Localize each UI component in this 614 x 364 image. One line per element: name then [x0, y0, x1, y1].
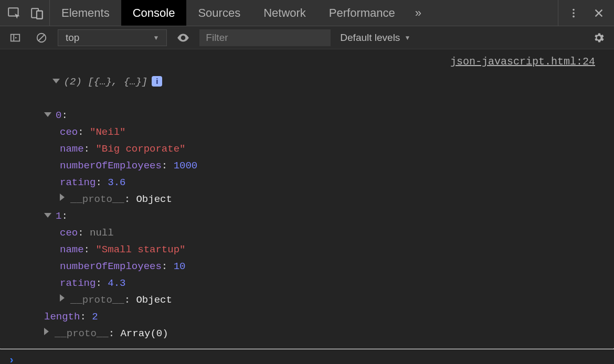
tabbar-right-tools: [553, 0, 614, 26]
object-property-row: name: "Small startup": [9, 241, 605, 258]
array-proto-value: Array(0): [120, 328, 168, 339]
kebab-menu-icon[interactable]: [564, 3, 584, 23]
disclosure-open-icon[interactable]: [44, 112, 51, 117]
object-property-row: ceo: null: [9, 224, 605, 241]
disclosure-open-icon[interactable]: [44, 213, 51, 218]
property-value: "Neil": [90, 126, 125, 138]
property-key: rating: [60, 177, 96, 188]
log-levels-label: Default levels: [340, 32, 400, 44]
property-key: rating: [60, 277, 96, 289]
length-row: length: 2: [9, 308, 605, 325]
property-key: numberOfEmployees: [60, 160, 162, 172]
tab-network[interactable]: Network: [252, 0, 317, 26]
inspect-element-icon[interactable]: [7, 6, 21, 20]
svg-point-6: [573, 15, 575, 17]
devtools-tabbar: Elements Console Sources Network Perform…: [0, 0, 614, 26]
object-index-row[interactable]: 0:: [9, 107, 605, 124]
tab-sources[interactable]: Sources: [186, 0, 252, 26]
disclosure-closed-icon[interactable]: [60, 294, 65, 302]
object-proto-row[interactable]: __proto__: Object: [9, 292, 605, 308]
chevron-down-icon: ▼: [404, 34, 410, 41]
clear-console-icon[interactable]: [31, 28, 51, 48]
property-value: 10: [174, 261, 186, 272]
tab-console[interactable]: Console: [121, 0, 187, 26]
property-key: name: [60, 244, 84, 255]
devtools-tabs: Elements Console Sources Network Perform…: [50, 0, 428, 26]
object-property-row: name: "Big corporate": [9, 141, 605, 157]
tab-elements[interactable]: Elements: [50, 0, 121, 26]
tab-more[interactable]: »: [407, 0, 428, 26]
source-link[interactable]: json-javascript.html:24: [450, 56, 595, 68]
context-selector-label: top: [66, 32, 79, 44]
property-value: 4.3: [108, 277, 125, 289]
property-value: null: [90, 227, 114, 239]
property-value: "Big corporate": [96, 143, 185, 155]
log-levels-selector[interactable]: Default levels ▼: [337, 32, 410, 44]
filter-input[interactable]: [199, 29, 331, 46]
settings-gear-icon[interactable]: [589, 28, 609, 48]
object-property-row: numberOfEmployees: 10: [9, 258, 605, 275]
object-index: 1: [56, 210, 61, 222]
tab-performance[interactable]: Performance: [317, 0, 407, 26]
divider: [558, 0, 558, 26]
object-index-row[interactable]: 1:: [9, 208, 605, 224]
object-proto-value: Object: [136, 194, 172, 205]
proto-key: __proto__: [70, 294, 124, 306]
svg-rect-2: [37, 10, 43, 18]
length-key: length: [44, 311, 80, 323]
prompt-caret-icon: ›: [8, 354, 15, 365]
object-property-row: rating: 3.6: [9, 174, 605, 191]
property-key: name: [60, 143, 84, 155]
property-value: 1000: [174, 160, 198, 172]
chevron-down-icon: ▼: [153, 34, 159, 41]
property-value: 3.6: [108, 177, 125, 188]
svg-point-9: [182, 36, 184, 38]
console-output: json-javascript.html:24 (2) [{…}, {…}]i …: [0, 49, 614, 348]
length-value: 2: [92, 311, 98, 323]
svg-point-5: [573, 12, 575, 14]
console-prompt[interactable]: ›: [0, 349, 614, 364]
property-value: "Small startup": [96, 244, 185, 255]
disclosure-closed-icon[interactable]: [60, 194, 65, 201]
disclosure-closed-icon[interactable]: [44, 328, 49, 335]
object-property-row: rating: 4.3: [9, 275, 605, 292]
object-proto-row[interactable]: __proto__: Object: [9, 191, 605, 208]
tabbar-left-tools: [0, 0, 50, 26]
toggle-sidebar-icon[interactable]: [5, 28, 25, 48]
object-index: 0: [56, 110, 61, 121]
log-summary-text: (2) [{…}, {…}]: [64, 76, 148, 88]
close-icon[interactable]: [589, 3, 609, 23]
context-selector[interactable]: top ▼: [58, 29, 167, 46]
property-key: ceo: [60, 126, 78, 138]
svg-point-4: [573, 8, 575, 10]
disclosure-open-icon[interactable]: [52, 79, 60, 83]
info-badge[interactable]: i: [152, 76, 162, 87]
proto-key: __proto__: [70, 194, 124, 205]
object-proto-value: Object: [136, 294, 172, 306]
array-proto-row[interactable]: __proto__: Array(0): [9, 325, 605, 342]
property-key: ceo: [60, 227, 78, 239]
device-toolbar-icon[interactable]: [30, 6, 44, 20]
proto-key: __proto__: [55, 328, 109, 339]
object-property-row: ceo: "Neil": [9, 124, 605, 141]
console-toolbar: top ▼ Default levels ▼: [0, 26, 614, 49]
object-property-row: numberOfEmployees: 1000: [9, 157, 605, 174]
property-key: numberOfEmployees: [60, 261, 162, 272]
live-expression-icon[interactable]: [173, 28, 193, 48]
